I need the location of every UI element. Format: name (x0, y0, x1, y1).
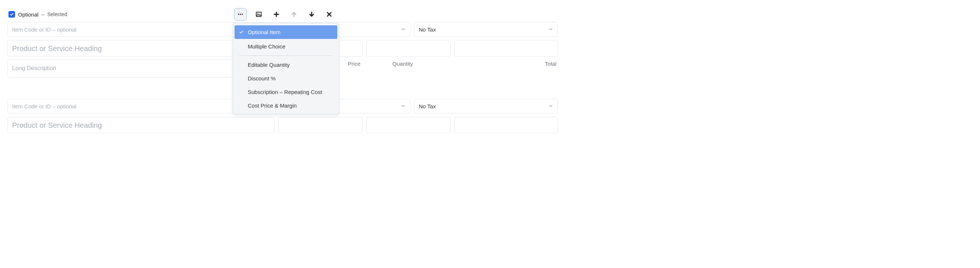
menu-item-label: Editable Quantity (248, 62, 290, 68)
add-button[interactable] (271, 9, 282, 20)
price-input[interactable] (278, 117, 363, 133)
tax-select[interactable]: No Tax (414, 22, 558, 37)
quantity-input[interactable] (366, 117, 451, 133)
arrow-up-icon (291, 11, 297, 17)
total-input[interactable] (454, 40, 558, 57)
chevron-down-icon (548, 103, 553, 109)
menu-item-label: Cost Price & Margin (248, 102, 297, 108)
close-icon (326, 11, 332, 17)
chevron-down-icon (548, 26, 553, 33)
check-icon (239, 29, 244, 35)
chevron-down-icon (401, 26, 406, 33)
options-menu: Optional Item Multiple Choice Editable Q… (233, 23, 339, 114)
move-up-button (288, 9, 299, 20)
tax-select[interactable]: No Tax (414, 99, 558, 113)
delete-button[interactable] (324, 9, 335, 20)
arrow-down-icon (309, 11, 315, 17)
total-input[interactable] (454, 117, 558, 133)
menu-item-discount[interactable]: Discount % (233, 72, 339, 85)
menu-item-label: Multiple Choice (248, 43, 286, 49)
optional-separator: – (41, 11, 45, 17)
image-icon (256, 11, 262, 17)
tax-value: No Tax (419, 103, 436, 109)
more-options-button[interactable] (234, 8, 247, 21)
optional-checkbox[interactable] (8, 11, 15, 18)
line-item-toolbar (234, 8, 335, 21)
menu-item-editable-quantity[interactable]: Editable Quantity (233, 58, 339, 72)
chevron-down-icon (401, 103, 406, 109)
menu-item-multiple-choice[interactable]: Multiple Choice (233, 40, 339, 53)
menu-item-label: Optional Item (248, 29, 280, 35)
ellipsis-icon (237, 11, 243, 17)
svg-point-0 (238, 14, 239, 15)
total-label: Total (445, 61, 557, 67)
heading-input[interactable]: Product or Service Heading (7, 117, 275, 133)
plus-icon (274, 11, 279, 17)
selected-label: Selected (47, 11, 67, 17)
menu-divider (239, 56, 333, 56)
menu-item-label: Discount % (248, 75, 276, 81)
move-down-button[interactable] (306, 9, 317, 20)
menu-item-label: Subscription – Repeating Cost (248, 89, 322, 95)
optional-label: Optional (18, 11, 38, 18)
svg-rect-3 (256, 12, 261, 16)
tax-value: No Tax (419, 26, 436, 33)
menu-item-subscription[interactable]: Subscription – Repeating Cost (233, 85, 339, 99)
svg-point-2 (242, 14, 243, 15)
menu-item-optional-item[interactable]: Optional Item (235, 26, 337, 39)
quantity-input[interactable] (366, 40, 451, 57)
svg-point-1 (240, 14, 241, 15)
menu-item-cost-price-margin[interactable]: Cost Price & Margin (233, 99, 339, 112)
svg-point-4 (257, 13, 258, 14)
quantity-label: Quantity (360, 61, 445, 67)
check-icon (10, 12, 14, 16)
image-button[interactable] (253, 9, 264, 20)
